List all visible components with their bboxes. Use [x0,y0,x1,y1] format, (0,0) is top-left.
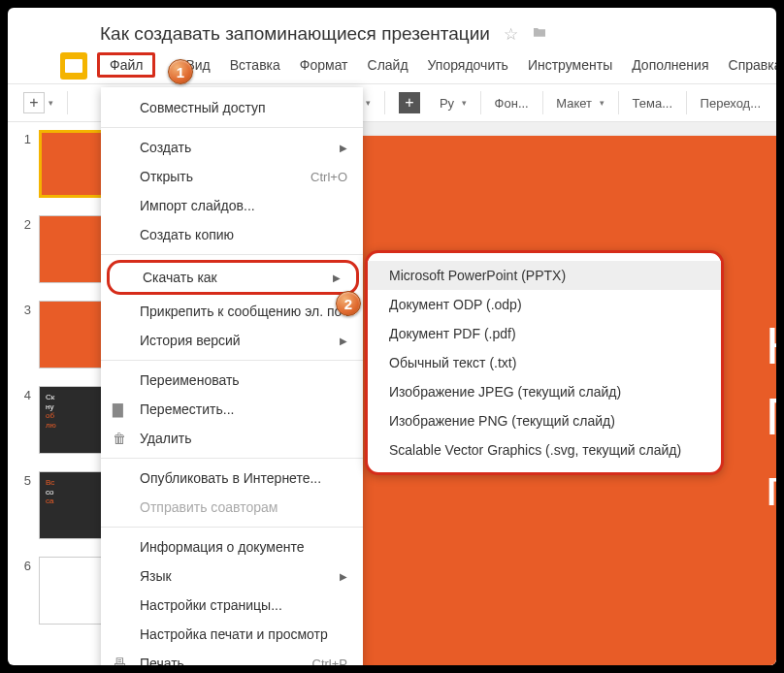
transition-button[interactable]: Переход... [693,92,768,114]
thumb-number: 6 [17,557,31,573]
menu-item-move[interactable]: ▇Переместить... [101,395,363,424]
menu-item-delete[interactable]: 🗑Удалить [101,424,363,453]
submenu-item-svg[interactable]: Scalable Vector Graphics (.svg, текущий … [368,435,721,465]
thumb-number: 4 [17,386,31,402]
input-tool-button[interactable]: Ру [432,92,474,114]
submenu-item-txt[interactable]: Обычный текст (.txt) [368,348,721,377]
menu-item-publish[interactable]: Опубликовать в Интернете... [101,464,363,493]
thumb-number: 3 [17,301,31,317]
menu-item-rename[interactable]: Переименовать [101,366,363,395]
file-menu: Совместный доступ Создать▶ ОткрытьCtrl+O… [101,87,363,665]
submenu-arrow-icon: ▶ [340,143,347,153]
slide-title-text: К ПО през [766,310,776,523]
thumb-number: 1 [17,130,31,146]
menu-file[interactable]: Файл [97,52,155,78]
new-slide-button[interactable]: +▾ [16,88,61,117]
menu-item-make-copy[interactable]: Создать копию [101,220,363,249]
submenu-item-pdf[interactable]: Документ PDF (.pdf) [368,319,721,348]
thumb-number: 5 [17,471,31,488]
folder-icon: ▇ [113,401,123,417]
annotation-badge-2: 2 [336,291,361,316]
print-icon: 🖶 [113,656,126,665]
menu-item-create[interactable]: Создать▶ [101,133,363,162]
menu-item-print-preview[interactable]: Настройка печати и просмотр [101,620,363,649]
menu-item-language[interactable]: Язык▶ [101,561,363,591]
menu-format[interactable]: Формат [291,53,357,77]
comment-button[interactable]: + [391,88,428,117]
menu-addons[interactable]: Дополнения [623,53,717,77]
slides-logo [60,52,87,80]
doc-title[interactable]: Как создавать запоминающиеся презентации [56,23,490,45]
menu-arrange[interactable]: Упорядочить [419,53,517,77]
background-button[interactable]: Фон... [487,92,537,114]
menu-item-open[interactable]: ОткрытьCtrl+O [101,162,363,191]
menu-item-doc-info[interactable]: Информация о документе [101,532,363,561]
menu-tools[interactable]: Инструменты [519,53,621,77]
download-as-submenu: Microsoft PowerPoint (PPTX) Документ ODP… [365,250,724,475]
menu-item-download-as[interactable]: Скачать как▶ [107,260,359,295]
plus-icon: + [23,92,45,113]
submenu-item-jpeg[interactable]: Изображение JPEG (текущий слайд) [368,377,721,406]
submenu-item-png[interactable]: Изображение PNG (текущий слайд) [368,406,721,435]
menu-insert[interactable]: Вставка [221,53,289,77]
menu-slide[interactable]: Слайд [359,53,417,77]
layout-button[interactable]: Макет [548,92,612,114]
menu-item-import[interactable]: Импорт слайдов... [101,191,363,220]
menu-item-page-setup[interactable]: Настройки страницы... [101,591,363,620]
annotation-badge-1: 1 [168,59,193,84]
menu-item-print[interactable]: 🖶ПечатьCtrl+P [101,649,363,665]
submenu-item-pptx[interactable]: Microsoft PowerPoint (PPTX) [368,261,721,290]
menubar: Файл Вид Вставка Формат Слайд Упорядочит… [8,45,776,80]
submenu-arrow-icon: ▶ [333,272,341,283]
menu-item-send-collaborators: Отправить соавторам [101,493,363,522]
menu-item-share[interactable]: Совместный доступ [101,93,363,122]
submenu-arrow-icon: ▶ [340,571,347,582]
folder-icon[interactable] [532,24,547,45]
thumb-number: 2 [17,215,31,232]
submenu-arrow-icon: ▶ [340,336,347,346]
submenu-item-odp[interactable]: Документ ODP (.odp) [368,290,721,319]
menu-item-version-history[interactable]: История версий▶ [101,326,363,355]
trash-icon: 🗑 [113,431,126,446]
star-icon[interactable]: ☆ [504,24,518,45]
menu-help[interactable]: Справка [720,53,776,77]
theme-button[interactable]: Тема... [625,92,680,114]
menu-item-attach-email[interactable]: Прикрепить к сообщению эл. поч [101,297,363,326]
